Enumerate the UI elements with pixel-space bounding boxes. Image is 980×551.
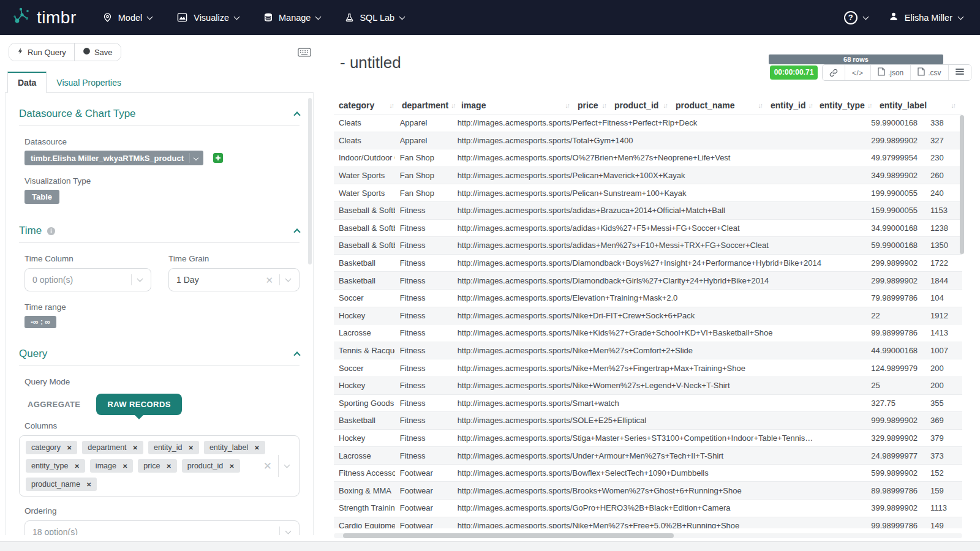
save-button[interactable]: Save	[74, 43, 121, 61]
table-cell: 25	[866, 381, 925, 390]
time-range-chip[interactable]: -∞ : ∞	[24, 316, 56, 328]
table-cell: Fitness	[395, 293, 453, 302]
table-cell: Lacrosse	[334, 328, 395, 337]
chevron-down-icon[interactable]	[285, 276, 292, 282]
table-cell: http://images.acmesports.sports/adidas+B…	[453, 206, 867, 215]
clear-all-icon[interactable]: ✕	[263, 461, 272, 471]
column-chip-category[interactable]: category✕	[26, 441, 77, 454]
table-row: Water SportsFan Shophttp://images.acmesp…	[334, 184, 962, 201]
collapse-icon[interactable]	[293, 228, 300, 235]
remove-chip-icon[interactable]: ✕	[86, 481, 91, 488]
table-cell: Fan Shop	[395, 171, 453, 180]
table-cell: Hockey	[334, 311, 395, 320]
table-cell: Water Sports	[334, 189, 395, 198]
view-query-button[interactable]: </>	[845, 65, 870, 80]
chevron-down-icon	[958, 13, 964, 20]
datasource-chip[interactable]: timbr.Elisha Miller_wkyaRTMkS_product	[24, 151, 203, 165]
column-header-entity_label[interactable]: entity_label↓↑	[875, 100, 959, 110]
sort-icon[interactable]: ↓↑	[809, 102, 813, 109]
ordering-select[interactable]: 18 option(s)	[24, 520, 300, 535]
nav-menu-manage[interactable]: Manage	[263, 12, 320, 23]
column-chip-department[interactable]: department✕	[82, 441, 143, 454]
sort-icon[interactable]: ↓↑	[758, 102, 763, 109]
column-chip-image[interactable]: image✕	[90, 459, 133, 473]
tab-visual-properties[interactable]: Visual Properties	[47, 73, 131, 92]
sort-icon[interactable]: ↓↑	[451, 102, 455, 109]
table-row: CleatsApparelhttp://images.acmesports.sp…	[334, 114, 962, 132]
column-chip-product_id[interactable]: product_id✕	[182, 459, 240, 473]
table-cell: Fitness	[395, 223, 453, 233]
remove-chip-icon[interactable]: ✕	[254, 444, 259, 451]
time-column-select[interactable]: 0 option(s)	[24, 268, 151, 291]
export-csv-button[interactable]: .csv	[910, 65, 948, 80]
collapse-icon[interactable]	[293, 351, 300, 358]
chevron-down-icon[interactable]	[284, 462, 290, 468]
table-row: HockeyFitnesshttp://images.acmesports.sp…	[334, 377, 962, 394]
timbr-logo[interactable]: timbr	[12, 6, 77, 29]
remove-chip-icon[interactable]: ✕	[189, 444, 194, 451]
column-header-image[interactable]: image↓↑	[456, 100, 573, 110]
remove-chip-icon[interactable]: ✕	[74, 463, 79, 470]
panel-scrollbar[interactable]	[308, 98, 312, 264]
raw-records-mode-button[interactable]: RAW RECORDS	[96, 394, 181, 415]
time-grain-select[interactable]: 1 Day ✕	[168, 268, 300, 291]
help-menu[interactable]: ?	[844, 11, 868, 24]
column-chip-entity_label[interactable]: entity_label✕	[204, 441, 265, 454]
copy-link-button[interactable]	[823, 65, 845, 80]
column-header-product_name[interactable]: product_name↓↑	[671, 100, 766, 110]
table-cell: Basketball	[334, 276, 395, 285]
column-chip-entity_type[interactable]: entity_type✕	[26, 459, 85, 473]
collapse-icon[interactable]	[293, 111, 300, 118]
table-cell: 1238	[925, 223, 962, 233]
table-cell: Hockey	[334, 433, 395, 443]
column-chip-price[interactable]: price✕	[138, 459, 176, 473]
nav-menu-visualize[interactable]: Visualize	[176, 12, 239, 23]
remove-chip-icon[interactable]: ✕	[133, 444, 138, 451]
export-json-button[interactable]: .json	[870, 65, 910, 80]
sort-icon[interactable]: ↓↑	[663, 102, 668, 109]
add-datasource-button[interactable]	[213, 153, 223, 163]
table-cell: 149	[925, 521, 962, 528]
nav-menu-sql-lab[interactable]: SQL Lab	[345, 12, 404, 23]
column-header-entity_type[interactable]: entity_type↓↑	[815, 100, 875, 110]
database-icon	[263, 12, 273, 23]
sort-icon[interactable]: ↓↑	[390, 102, 394, 109]
remove-chip-icon[interactable]: ✕	[229, 463, 234, 470]
table-row: Water SportsFan Shophttp://images.acmesp…	[334, 167, 962, 184]
chevron-down-icon[interactable]	[285, 528, 292, 534]
column-header-category[interactable]: category↓↑	[334, 100, 397, 110]
column-header-product_id[interactable]: product_id↓↑	[609, 100, 671, 110]
columns-select[interactable]: category✕department✕entity_id✕entity_lab…	[19, 435, 300, 497]
keyboard-shortcuts-icon[interactable]	[298, 48, 311, 59]
table-cell: http://images.acmesports.sports/Pelican+…	[453, 189, 867, 198]
table-cell: 240	[925, 189, 962, 198]
remove-chip-icon[interactable]: ✕	[67, 444, 72, 451]
table-cell: http://images.acmesports.sports/Nike+Men…	[453, 364, 867, 373]
chevron-down-icon[interactable]	[137, 276, 143, 282]
table-row: Indoor/Outdoor GamesFan Shophttp://image…	[334, 149, 962, 167]
table-options-button[interactable]	[948, 65, 971, 80]
nav-menu-model[interactable]: Model	[102, 12, 153, 23]
viz-type-chip[interactable]: Table	[24, 190, 59, 204]
table-cell: Lacrosse	[334, 451, 395, 460]
column-header-entity_id[interactable]: entity_id↓↑	[766, 100, 815, 110]
column-header-label: entity_type	[820, 100, 865, 110]
vertical-scrollbar-thumb[interactable]	[960, 115, 964, 254]
sort-icon[interactable]: ↓↑	[565, 102, 570, 109]
sort-icon[interactable]: ↓↑	[867, 102, 872, 109]
remove-chip-icon[interactable]: ✕	[166, 463, 171, 470]
column-chip-product_name[interactable]: product_name✕	[26, 478, 97, 491]
page-scrollbar-strip[interactable]	[0, 541, 980, 551]
user-menu[interactable]: Elisha Miller	[889, 12, 963, 23]
column-header-price[interactable]: price↓↑	[573, 100, 609, 110]
sort-icon[interactable]: ↓↑	[602, 102, 606, 109]
clear-icon[interactable]: ✕	[265, 276, 273, 285]
remove-chip-icon[interactable]: ✕	[123, 463, 127, 470]
sort-icon[interactable]: ↓↑	[951, 102, 956, 109]
column-chip-entity_id[interactable]: entity_id✕	[148, 441, 199, 454]
aggregate-mode-button[interactable]: AGGREGATE	[28, 400, 80, 409]
tab-data[interactable]: Data	[7, 72, 47, 93]
column-header-department[interactable]: department↓↑	[397, 100, 456, 110]
horizontal-scrollbar-thumb[interactable]	[343, 533, 674, 538]
run-query-button[interactable]: Run Query	[9, 43, 74, 61]
